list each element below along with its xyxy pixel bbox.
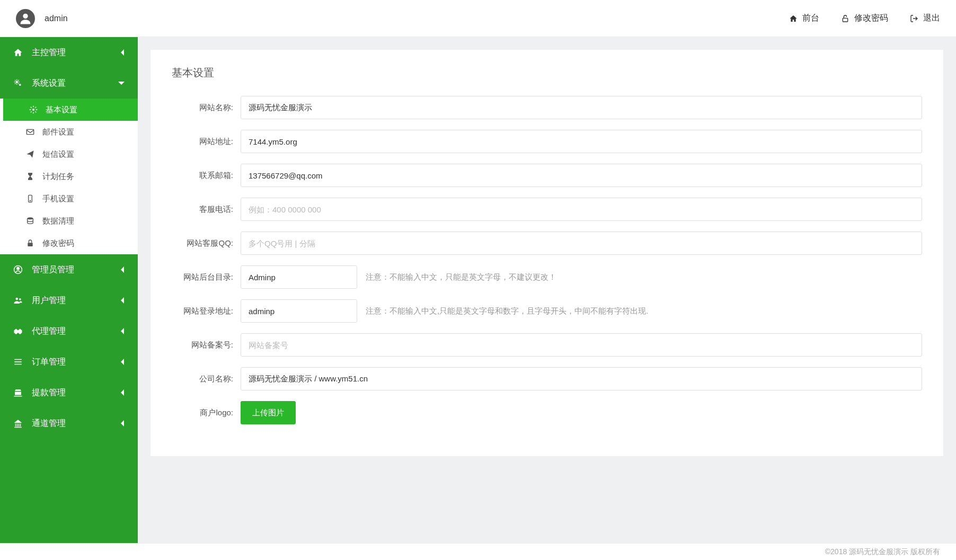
sidebar-item-users[interactable]: 用户管理 xyxy=(0,285,138,316)
sidebar-item-label: 订单管理 xyxy=(32,357,66,368)
label-site-url: 网站地址: xyxy=(172,137,241,147)
sub-item-label: 手机设置 xyxy=(42,194,74,204)
input-company-name[interactable] xyxy=(241,367,922,390)
sidebar-item-dashboard[interactable]: 主控管理 xyxy=(0,37,138,68)
sub-item-change-password[interactable]: 修改密码 xyxy=(0,232,138,254)
row-admin-dir: 网站后台目录: 注意：不能输入中文，只能是英文字母，不建议更改！ xyxy=(172,265,922,289)
sidebar-item-orders[interactable]: 订单管理 xyxy=(0,346,138,377)
username: admin xyxy=(45,14,68,23)
header: admin 前台 修改密码 退出 xyxy=(0,0,956,37)
sub-item-label: 修改密码 xyxy=(42,238,74,248)
svg-point-4 xyxy=(32,109,34,111)
input-icp[interactable] xyxy=(241,333,922,357)
sub-item-cron[interactable]: 计划任务 xyxy=(0,165,138,188)
handshake-icon xyxy=(13,326,23,336)
frontend-link[interactable]: 前台 xyxy=(789,13,819,24)
sidebar-item-admin[interactable]: 管理员管理 xyxy=(0,254,138,285)
settings-panel: 基本设置 网站名称: 网站地址: 联系邮箱: 客服电话: 网站客服QQ: xyxy=(151,50,943,456)
sidebar-item-agent[interactable]: 代理管理 xyxy=(0,316,138,346)
sidebar-item-withdraw[interactable]: 提款管理 xyxy=(0,377,138,408)
user-icon xyxy=(18,11,33,26)
sidebar-item-label: 用户管理 xyxy=(32,295,66,306)
sidebar-item-label: 系统设置 xyxy=(32,78,66,89)
row-logo: 商户logo: 上传图片 xyxy=(172,401,922,424)
input-site-name[interactable] xyxy=(241,96,922,119)
svg-rect-5 xyxy=(26,129,33,134)
body-wrap: 主控管理 系统设置 基本设置 邮件设置 短信设置 计划任务 xyxy=(0,37,956,543)
svg-point-13 xyxy=(19,298,21,300)
bank-icon xyxy=(13,388,23,397)
input-service-qq[interactable] xyxy=(241,232,922,255)
upload-logo-button[interactable]: 上传图片 xyxy=(241,401,296,424)
change-password-link[interactable]: 修改密码 xyxy=(840,13,888,24)
sidebar: 主控管理 系统设置 基本设置 邮件设置 短信设置 计划任务 xyxy=(0,37,138,543)
input-site-url[interactable] xyxy=(241,130,922,153)
svg-rect-9 xyxy=(28,243,32,246)
user-circle-icon xyxy=(13,265,23,274)
input-service-phone[interactable] xyxy=(241,198,922,221)
sidebar-item-channel[interactable]: 通道管理 xyxy=(0,408,138,439)
system-submenu: 基本设置 邮件设置 短信设置 计划任务 手机设置 数据清理 xyxy=(0,99,138,254)
label-contact-email: 联系邮箱: xyxy=(172,171,241,181)
sidebar-item-system[interactable]: 系统设置 xyxy=(0,68,138,99)
sidebar-item-label: 通道管理 xyxy=(32,418,66,429)
sub-item-basic-settings[interactable]: 基本设置 xyxy=(3,99,138,121)
frontend-link-label: 前台 xyxy=(802,13,819,24)
label-logo: 商户logo: xyxy=(172,408,241,418)
row-site-url: 网站地址: xyxy=(172,130,922,153)
sub-item-label: 数据清理 xyxy=(42,216,74,226)
chevron-down-icon xyxy=(118,81,125,86)
lock-icon xyxy=(25,239,35,247)
copyright: ©2018 源码无忧金服演示 版权所有 xyxy=(825,547,940,557)
label-service-qq: 网站客服QQ: xyxy=(172,238,241,248)
svg-point-0 xyxy=(23,13,28,18)
row-service-qq: 网站客服QQ: xyxy=(172,232,922,255)
footer: ©2018 源码无忧金服演示 版权所有 xyxy=(0,543,956,560)
label-admin-dir: 网站后台目录: xyxy=(172,272,241,282)
label-login-url: 网站登录地址: xyxy=(172,306,241,316)
cog-icon xyxy=(29,105,38,114)
sub-item-label: 邮件设置 xyxy=(42,127,74,137)
input-contact-email[interactable] xyxy=(241,164,922,187)
input-admin-dir[interactable] xyxy=(241,265,357,289)
list-icon xyxy=(13,357,23,367)
row-login-url: 网站登录地址: 注意：不能输入中文,只能是英文字母和数字，且字母开头，中间不能有… xyxy=(172,299,922,323)
sub-item-sms-settings[interactable]: 短信设置 xyxy=(0,143,138,165)
svg-point-2 xyxy=(16,81,19,84)
cogs-icon xyxy=(13,78,23,88)
chevron-left-icon xyxy=(120,358,125,366)
svg-point-7 xyxy=(30,200,30,201)
header-left: admin xyxy=(16,9,68,28)
hint-login-url: 注意：不能输入中文,只能是英文字母和数字，且字母开头，中间不能有字符出现. xyxy=(366,306,648,316)
label-icp: 网站备案号: xyxy=(172,340,241,350)
label-site-name: 网站名称: xyxy=(172,103,241,113)
chevron-left-icon xyxy=(120,297,125,304)
logout-link[interactable]: 退出 xyxy=(909,13,940,24)
mobile-icon xyxy=(25,194,35,203)
svg-point-11 xyxy=(17,268,20,270)
svg-rect-16 xyxy=(14,364,22,365)
sub-item-label: 短信设置 xyxy=(42,149,74,159)
sub-item-data-clean[interactable]: 数据清理 xyxy=(0,210,138,232)
panel-title: 基本设置 xyxy=(172,66,922,80)
logout-label: 退出 xyxy=(923,13,940,24)
input-login-url[interactable] xyxy=(241,299,357,323)
chevron-left-icon xyxy=(120,266,125,273)
svg-point-12 xyxy=(16,298,19,300)
sub-item-mobile-settings[interactable]: 手机设置 xyxy=(0,188,138,210)
users-icon xyxy=(13,296,23,305)
sub-item-email-settings[interactable]: 邮件设置 xyxy=(0,121,138,143)
row-company-name: 公司名称: xyxy=(172,367,922,390)
chevron-left-icon xyxy=(120,420,125,427)
sub-item-label: 计划任务 xyxy=(42,172,74,182)
content-area: 基本设置 网站名称: 网站地址: 联系邮箱: 客服电话: 网站客服QQ: xyxy=(138,37,956,543)
hint-admin-dir: 注意：不能输入中文，只能是英文字母，不建议更改！ xyxy=(366,272,556,282)
svg-rect-1 xyxy=(843,18,847,22)
svg-rect-14 xyxy=(14,359,22,360)
sidebar-item-label: 管理员管理 xyxy=(32,264,74,275)
avatar[interactable] xyxy=(16,9,35,28)
paper-plane-icon xyxy=(25,150,35,158)
row-service-phone: 客服电话: xyxy=(172,198,922,221)
chevron-left-icon xyxy=(120,327,125,335)
envelope-icon xyxy=(25,128,35,136)
